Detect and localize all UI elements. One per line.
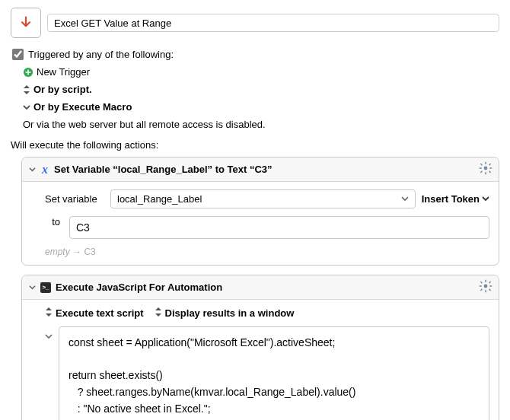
- svg-rect-18: [480, 288, 483, 291]
- new-trigger-button[interactable]: New Trigger: [23, 66, 499, 78]
- gear-icon[interactable]: [479, 279, 492, 295]
- macro-name-input[interactable]: [47, 14, 499, 32]
- or-by-execute-macro-label: Or by Execute Macro: [33, 101, 132, 113]
- chevron-down-icon: [28, 166, 36, 173]
- or-by-script-label: Or by script.: [33, 84, 92, 95]
- svg-rect-6: [480, 164, 483, 166]
- variable-name-field[interactable]: local_Range_Label: [110, 189, 416, 208]
- variable-x-icon: x: [40, 163, 49, 177]
- variable-name-value: local_Range_Label: [117, 193, 202, 205]
- script-textarea[interactable]: const sheet = Application("Microsoft Exc…: [59, 326, 489, 420]
- svg-rect-3: [485, 172, 486, 174]
- svg-rect-16: [489, 288, 491, 291]
- plus-circle-icon: [23, 67, 33, 78]
- down-arrow-icon: [18, 15, 33, 30]
- to-value: C3: [76, 221, 90, 234]
- updown-icon: [155, 307, 162, 319]
- svg-point-10: [484, 285, 488, 288]
- insert-token-label: Insert Token: [422, 193, 480, 205]
- svg-rect-7: [489, 170, 491, 173]
- svg-rect-5: [489, 167, 492, 169]
- svg-rect-17: [489, 282, 491, 284]
- gear-icon[interactable]: [479, 161, 492, 177]
- display-result-label: Display results in a window: [165, 307, 295, 319]
- svg-rect-11: [485, 280, 486, 282]
- set-variable-label: Set variable: [45, 193, 104, 205]
- action-set-variable: x Set Variable “local_Range_Label” to Te…: [21, 157, 499, 266]
- insert-token-button[interactable]: Insert Token: [422, 193, 489, 205]
- svg-rect-8: [489, 164, 491, 166]
- display-result-select[interactable]: Display results in a window: [155, 307, 295, 319]
- updown-icon: [23, 85, 30, 94]
- action-execute-jxa: >_ Execute JavaScript For Automation Exe…: [21, 275, 499, 420]
- script-source-label: Execute text script: [56, 307, 144, 319]
- script-source-select[interactable]: Execute text script: [45, 307, 144, 319]
- terminal-icon: >_: [40, 282, 51, 293]
- svg-point-1: [484, 167, 488, 170]
- action-header[interactable]: >_ Execute JavaScript For Automation: [22, 275, 499, 300]
- chevron-down-icon[interactable]: [45, 331, 53, 342]
- chevron-down-icon: [401, 195, 409, 204]
- or-by-script[interactable]: Or by script.: [23, 84, 499, 95]
- action-title: Execute JavaScript For Automation: [56, 282, 222, 293]
- new-trigger-label: New Trigger: [37, 66, 90, 78]
- action-header[interactable]: x Set Variable “local_Range_Label” to Te…: [22, 158, 499, 182]
- will-execute-label: Will execute the following actions:: [11, 139, 499, 151]
- chevron-down-icon: [482, 193, 489, 205]
- or-by-execute-macro[interactable]: Or by Execute Macro: [23, 101, 499, 113]
- triggered-checkbox[interactable]: [12, 49, 24, 60]
- chevron-down-icon: [23, 103, 30, 111]
- svg-rect-14: [489, 285, 492, 287]
- svg-rect-9: [480, 170, 483, 173]
- to-label: to: [45, 216, 60, 228]
- remote-access-note: Or via the web server but all remote acc…: [23, 119, 499, 130]
- svg-rect-2: [485, 162, 486, 164]
- chevron-down-icon: [28, 284, 36, 291]
- updown-icon: [45, 307, 53, 319]
- triggered-label: Triggered by any of the following:: [28, 49, 174, 60]
- variable-hint: empty → C3: [45, 247, 489, 257]
- svg-rect-4: [480, 167, 482, 169]
- svg-rect-12: [485, 290, 486, 292]
- macro-icon[interactable]: [11, 8, 41, 38]
- to-value-field[interactable]: C3: [69, 216, 489, 239]
- svg-rect-13: [480, 285, 482, 287]
- action-title: Set Variable “local_Range_Label” to Text…: [54, 164, 273, 175]
- svg-rect-15: [480, 282, 483, 284]
